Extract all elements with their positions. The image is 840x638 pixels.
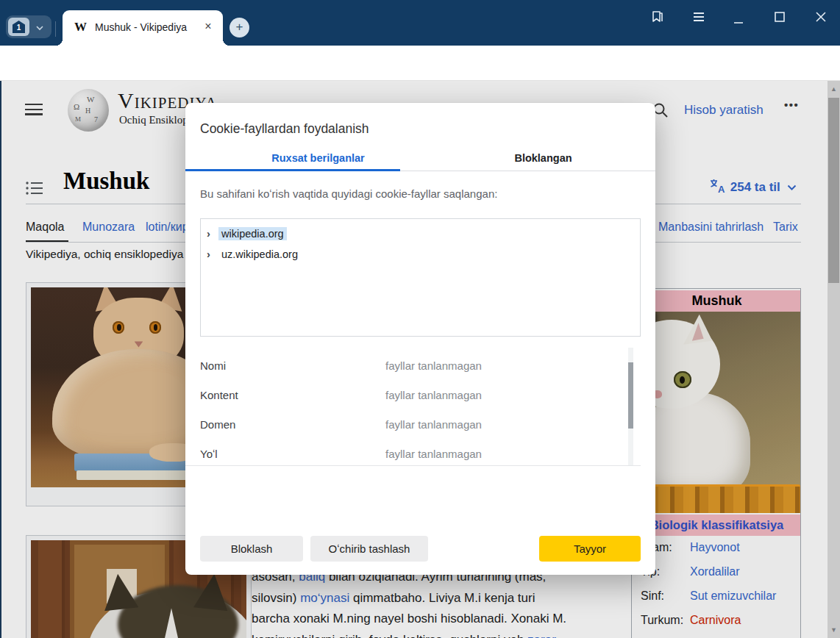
cookie-tree-item-wikipedia[interactable]: ›wikipedia.org: [207, 226, 287, 243]
window-maximize-button[interactable]: [770, 7, 789, 26]
tab-close-icon[interactable]: ×: [201, 19, 216, 34]
dialog-active-tab-underline: [185, 169, 400, 171]
browser-menu-icon[interactable]: [689, 7, 708, 26]
tab-title: Mushuk - Vikipediya: [95, 21, 187, 33]
bookmarks-panel-icon[interactable]: [648, 7, 667, 26]
dialog-tab-blocked[interactable]: Bloklangan: [431, 152, 655, 164]
field-value-domain: fayllar tanlanmagan: [385, 418, 482, 431]
field-value-name: fayllar tanlanmagan: [385, 359, 482, 372]
window-minimize-button[interactable]: [729, 10, 748, 29]
delete-button[interactable]: Oʻchirib tashlash: [310, 536, 428, 562]
dialog-description: Bu sahifani koʻrish vaqtida quyidagi coo…: [200, 187, 497, 200]
field-label-name: Nomi: [200, 359, 226, 372]
field-value-content: fayllar tanlanmagan: [385, 389, 482, 401]
field-label-path: Yoʻl: [200, 448, 218, 460]
done-button[interactable]: Tayyor: [539, 536, 641, 562]
field-label-domain: Domen: [200, 418, 235, 431]
block-button[interactable]: Bloklash: [200, 536, 303, 562]
cookie-dialog: Cookie-fayllardan foydalanish Ruxsat ber…: [185, 103, 655, 575]
dialog-mini-scrollbar-thumb[interactable]: [628, 362, 633, 429]
cookie-tree-item-uz-wikipedia[interactable]: ›uz.wikipedia.org: [207, 247, 301, 263]
browser-titlebar: 1 W Mushuk - Vikipediya × +: [0, 0, 840, 46]
tree-chevron-icon[interactable]: ›: [207, 226, 218, 241]
wikipedia-favicon: W: [74, 20, 87, 35]
tab-group-count-badge: 1: [13, 21, 25, 33]
dialog-mini-scrollbar[interactable]: [628, 348, 633, 465]
browser-tab-active[interactable]: W Mushuk - Vikipediya ×: [63, 10, 223, 46]
dialog-tab-allowed[interactable]: Ruxsat berilganlar: [206, 152, 430, 164]
cookie-tree: ›wikipedia.org ›uz.wikipedia.org: [200, 218, 641, 337]
field-value-path: fayllar tanlanmagan: [385, 448, 482, 460]
dialog-title: Cookie-fayllardan foydalanish: [200, 121, 369, 137]
field-label-content: Kontent: [200, 389, 238, 401]
window-close-button[interactable]: [811, 7, 830, 26]
browser-toolbar: Я uz.wikipedia.org Mushuk - Vikipediya A…: [0, 46, 840, 81]
tab-group-chevron-down-icon[interactable]: [35, 22, 44, 35]
tabbar-divider: [55, 21, 56, 37]
tab-group-box: 1: [8, 18, 29, 36]
new-tab-button[interactable]: +: [229, 18, 249, 37]
tab-group-chip[interactable]: 1: [6, 15, 51, 38]
tree-chevron-icon[interactable]: ›: [207, 247, 218, 262]
dialog-separator: [185, 465, 641, 466]
